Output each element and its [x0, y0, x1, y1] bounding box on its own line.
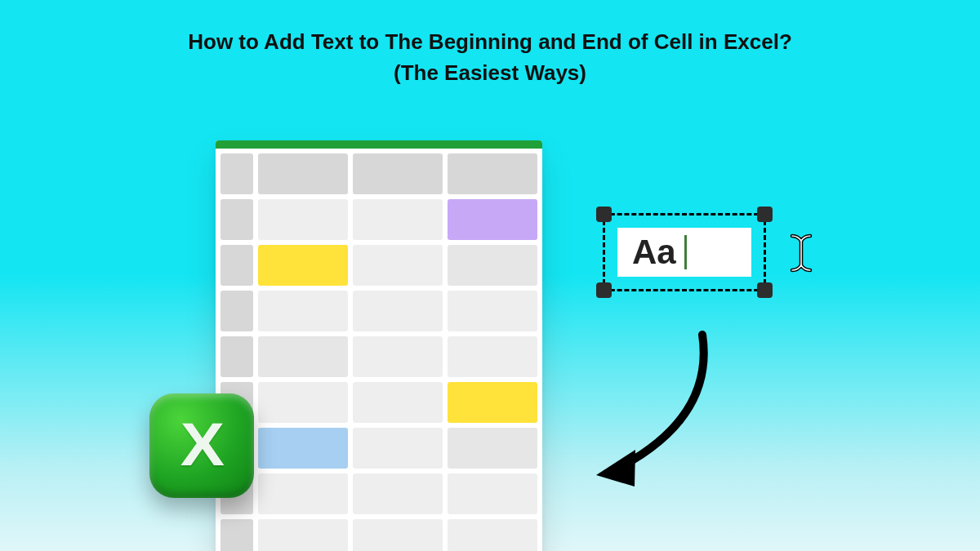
cell — [258, 199, 348, 240]
cell-highlight-yellow — [258, 245, 348, 286]
cell — [448, 428, 537, 469]
text-input-illustration: Aa — [596, 207, 773, 298]
cell — [448, 245, 537, 286]
cell — [220, 153, 253, 194]
text-caret-icon — [684, 235, 687, 269]
cell-highlight-purple — [448, 199, 537, 240]
cell — [220, 519, 253, 551]
cell — [353, 428, 443, 469]
cell — [448, 153, 537, 194]
resize-handle-icon — [757, 207, 773, 222]
cell — [220, 199, 253, 240]
spreadsheet-illustration — [216, 140, 542, 551]
table-row — [220, 519, 537, 551]
table-row — [220, 382, 537, 423]
cell — [448, 336, 537, 377]
table-row — [220, 428, 537, 469]
cell — [258, 153, 348, 194]
cell — [353, 336, 443, 377]
resize-handle-icon — [596, 282, 612, 298]
text-cursor-icon — [787, 231, 815, 275]
table-row — [220, 199, 537, 240]
table-row — [220, 336, 537, 377]
cell — [353, 291, 443, 331]
resize-handle-icon — [596, 207, 612, 222]
excel-app-icon: X — [149, 393, 254, 498]
cell — [258, 382, 348, 423]
cell — [448, 473, 537, 514]
cell — [220, 245, 253, 286]
title-line-1: How to Add Text to The Beginning and End… — [188, 29, 792, 54]
cell — [258, 291, 348, 331]
cell — [220, 336, 253, 377]
text-input-field: Aa — [617, 228, 751, 277]
cell — [353, 519, 443, 551]
cell — [258, 519, 348, 551]
cell — [353, 153, 443, 194]
cell — [353, 473, 443, 514]
excel-letter: X — [180, 410, 223, 479]
arrow-icon — [572, 327, 735, 498]
cell — [448, 291, 537, 331]
cell — [353, 199, 443, 240]
cell — [258, 336, 348, 377]
cell — [353, 382, 443, 423]
cell — [258, 473, 348, 514]
page-title: How to Add Text to The Beginning and End… — [0, 27, 980, 88]
table-row — [220, 245, 537, 286]
header-row — [220, 153, 537, 194]
sample-text: Aa — [632, 233, 676, 272]
table-row — [220, 291, 537, 331]
table-row — [220, 473, 537, 514]
resize-handle-icon — [757, 282, 773, 298]
cell — [220, 291, 253, 331]
cell-highlight-yellow — [448, 382, 537, 423]
svg-marker-2 — [596, 450, 635, 487]
spreadsheet-grid — [216, 149, 542, 551]
cell — [448, 519, 537, 551]
cell — [353, 245, 443, 286]
spreadsheet-titlebar — [216, 140, 542, 149]
cell-highlight-blue — [258, 428, 348, 469]
title-line-2: (The Easiest Ways) — [394, 60, 586, 85]
